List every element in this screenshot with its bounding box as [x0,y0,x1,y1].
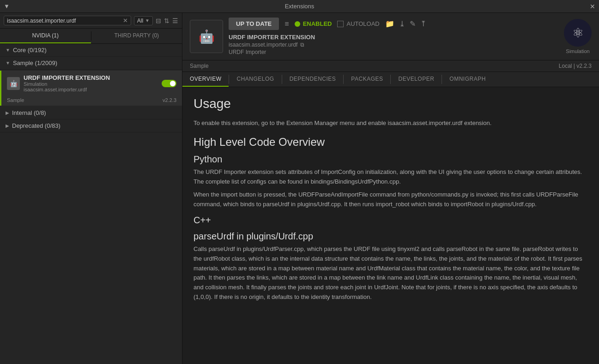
sidebar-tabs: NVIDIA (1) THIRD PARTY (0) [0,29,182,44]
autoload-checkbox[interactable] [337,21,344,27]
up-to-date-button[interactable]: UP TO DATE [229,18,279,30]
extension-header: 🤖 UP TO DATE ≡ ENABLED AUTOLOAD 📁 [182,13,599,60]
tab-dependencies[interactable]: DEPENDENCIES [282,72,344,87]
search-wrap: ✕ [4,16,131,25]
window-title: Extensions [285,3,315,10]
usage-text: To enable this extension, go to the Exte… [194,119,588,128]
python-heading: Python [194,154,588,165]
category-sample[interactable]: ▼ Sample (1/2009) [0,57,182,70]
python-text-2: When the import button is pressed, the U… [194,190,588,209]
main-container: ✕ All ▼ ⊟ ⇅ ☰ NVIDIA (1) THIRD PARTY (0)… [0,13,599,364]
extension-logo: 🤖 [190,20,223,53]
extension-display-name: URDF Importer [229,49,558,55]
extension-header-content: UP TO DATE ≡ ENABLED AUTOLOAD 📁 ⤓ ✎ [229,18,558,55]
sim-icon-wrap: ⚛ Simulation [564,19,592,54]
enabled-dot [295,21,300,27]
category-internal[interactable]: ▶ Internal (0/8) [0,107,182,119]
tab-developer[interactable]: DEVELOPER [391,72,442,87]
category-label: Internal (0/8) [12,109,46,116]
search-input[interactable] [7,18,121,24]
search-clear-icon[interactable]: ✕ [123,17,128,24]
extension-item-footer: Sample v2.2.3 [1,96,182,106]
chevron-down-icon: ▼ [6,48,10,53]
chevron-down-icon: ▼ [6,60,10,66]
download-icon[interactable]: ⤓ [399,19,405,28]
category-label: Deprecated (0/83) [12,122,61,129]
copy-icon[interactable]: ⧉ [300,42,304,48]
filter-label: All [137,18,143,24]
tab-overview[interactable]: OVERVIEW [182,72,229,87]
category-label: Sample (1/2009) [13,60,57,66]
edit-icon[interactable]: ✎ [410,19,416,28]
high-level-heading: High Level Code Overview [194,136,588,149]
toolbar-icons: ⊟ ⇅ ☰ [156,17,178,24]
tab-omnigraph[interactable]: OMNIGRAPH [442,72,493,87]
header-action-icons: 📁 ⤓ ✎ ⤒ [385,19,426,28]
parse-urdf-heading: parseUrdf in plugins/Urdf.cpp [194,231,588,242]
ext-version: v2.2.3 [163,97,176,103]
extension-id: isaacsim.asset.importer.urdf [24,87,158,92]
header-controls: UP TO DATE ≡ ENABLED AUTOLOAD 📁 ⤓ ✎ [229,18,558,30]
upload-icon[interactable]: ⤒ [420,19,426,28]
extension-full-name: URDF IMPORTER EXTENSION [229,34,558,41]
simulation-icon: ⚛ [564,19,592,47]
version-label: Local | v2.2.3 [559,63,592,69]
enabled-label: ENABLED [303,20,332,27]
extension-id-text: isaacsim.asset.importer.urdf [229,42,297,48]
chevron-right-icon: ▶ [6,110,9,115]
category-label: Core (0/192) [13,47,47,54]
filter-icon[interactable]: ⊟ [156,17,161,24]
extension-name: URDF IMPORTER EXTENSION [24,74,158,81]
right-panel: 🤖 UP TO DATE ≡ ENABLED AUTOLOAD 📁 [182,13,599,364]
search-bar: ✕ All ▼ ⊟ ⇅ ☰ [0,13,182,29]
tab-packages[interactable]: PACKAGES [344,72,390,87]
hamburger-icon[interactable]: ≡ [284,20,289,28]
filter-dropdown[interactable]: All ▼ [134,16,153,25]
extension-item-urdf[interactable]: 🤖 URDF IMPORTER EXTENSION Simulation isa… [0,71,182,106]
close-button[interactable]: ✕ [590,3,595,10]
sort-icon[interactable]: ⇅ [164,17,169,24]
category-core[interactable]: ▼ Core (0/192) [0,44,182,57]
chevron-down-icon: ▼ [145,18,150,23]
ext-path: Sample [7,97,24,103]
path-label: Sample [190,63,209,69]
title-bar: ▼ Extensions ✕ [0,0,599,13]
content-area: Usage To enable this extension, go to th… [182,87,599,364]
extension-meta: URDF IMPORTER EXTENSION isaacsim.asset.i… [229,34,558,55]
usage-heading: Usage [194,96,588,111]
list-icon[interactable]: ☰ [172,17,178,24]
path-bar: Sample Local | v2.2.3 [182,60,599,72]
parse-urdf-text: Calls parseUrdf in plugins/UrdfParser.cp… [194,245,588,302]
extension-info: URDF IMPORTER EXTENSION Simulation isaac… [24,74,158,92]
enable-toggle[interactable] [162,80,176,87]
chevron-right-icon: ▶ [6,123,9,128]
enabled-indicator: ENABLED [295,20,332,27]
folder-icon[interactable]: 📁 [385,19,394,28]
sidebar-list: ▼ Core (0/192) ▼ Sample (1/2009) 🤖 URDF … [0,44,182,364]
autoload-wrap: AUTOLOAD [337,20,379,27]
extension-icon: 🤖 [7,77,20,90]
extension-category: Simulation [24,81,158,87]
simulation-label: Simulation [566,48,589,54]
extension-id-row: isaacsim.asset.importer.urdf ⧉ [229,42,558,48]
autoload-label: AUTOLOAD [346,20,379,27]
tab-nvidia[interactable]: NVIDIA (1) [0,29,91,43]
app-menu[interactable]: ▼ [4,3,10,10]
extension-item-header: 🤖 URDF IMPORTER EXTENSION Simulation isa… [1,71,182,96]
content-tab-bar: OVERVIEW CHANGELOG DEPENDENCIES PACKAGES… [182,72,599,87]
sidebar: ✕ All ▼ ⊟ ⇅ ☰ NVIDIA (1) THIRD PARTY (0)… [0,13,182,364]
cpp-heading: C++ [194,215,588,226]
category-deprecated[interactable]: ▶ Deprecated (0/83) [0,119,182,132]
tab-changelog[interactable]: CHANGELOG [229,72,281,87]
tab-third-party[interactable]: THIRD PARTY (0) [91,29,182,43]
python-text-1: The URDF Importer extension sets attribu… [194,167,588,187]
